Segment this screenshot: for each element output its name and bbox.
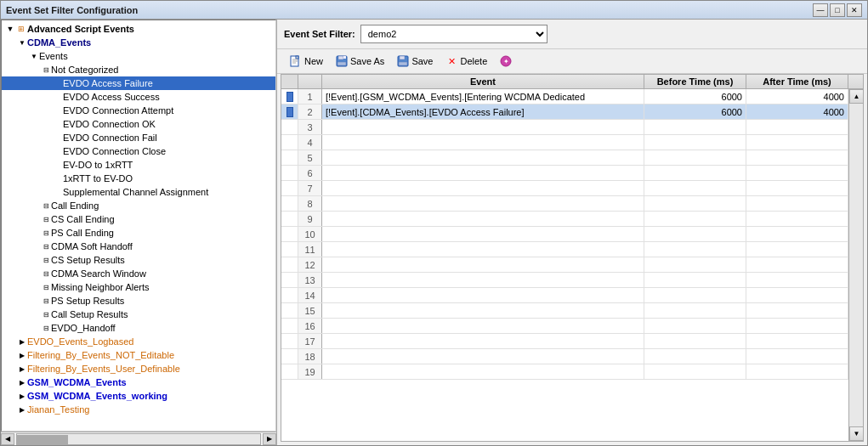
cell-after-4[interactable] <box>746 150 848 165</box>
tree-item-19[interactable]: ⊟PS Setup Results <box>2 294 275 308</box>
cell-before-17[interactable] <box>644 349 746 364</box>
grid-row[interactable]: 1 [!Event].[GSM_WCDMA_Events].[Entering … <box>281 89 848 104</box>
grid-row[interactable]: 8 <box>281 196 848 212</box>
expander-27[interactable]: ▶ <box>17 404 27 415</box>
extra-button[interactable]: ✦ <box>494 52 518 71</box>
expander-24[interactable]: ▶ <box>17 364 27 374</box>
cell-event-11[interactable] <box>322 257 644 272</box>
expander-2[interactable]: ⊟ <box>41 65 51 75</box>
v-scrollbar[interactable]: ▲ ▼ <box>848 89 863 441</box>
tree-item-13[interactable]: ⊟CS Call Ending <box>2 212 275 226</box>
cell-after-5[interactable] <box>746 166 848 180</box>
tree-item-20[interactable]: ⊟Call Setup Results <box>2 308 275 321</box>
cell-before-11[interactable] <box>644 257 746 272</box>
expander-26[interactable]: ▶ <box>17 391 27 401</box>
grid-row[interactable]: 18 <box>281 349 848 364</box>
cell-event-5[interactable] <box>322 166 644 180</box>
tree-item-17[interactable]: ⊟CDMA Search Window <box>2 267 275 280</box>
maximize-button[interactable]: □ <box>830 3 845 17</box>
new-button[interactable]: New <box>284 52 328 71</box>
grid-row[interactable]: 9 <box>281 212 848 227</box>
cell-after-17[interactable] <box>746 349 848 364</box>
tree-item-15[interactable]: ⊟CDMA Soft Handoff <box>2 240 275 253</box>
cell-event-0[interactable]: [!Event].[GSM_WCDMA_Events].[Entering WC… <box>322 89 644 104</box>
grid-row[interactable]: 11 <box>281 242 848 257</box>
cell-after-13[interactable] <box>746 288 848 302</box>
cell-after-10[interactable] <box>746 242 848 257</box>
cell-before-5[interactable] <box>644 166 746 180</box>
expander-25[interactable]: ▶ <box>17 377 27 387</box>
cell-after-15[interactable] <box>746 319 848 333</box>
cell-before-12[interactable] <box>644 273 746 287</box>
tree-item-4[interactable]: EVDO Access Success <box>2 90 275 104</box>
expander-23[interactable]: ▶ <box>17 350 27 360</box>
cell-before-9[interactable] <box>644 227 746 241</box>
cell-after-12[interactable] <box>746 273 848 287</box>
grid-row[interactable]: 5 <box>281 150 848 166</box>
grid-body[interactable]: 1 [!Event].[GSM_WCDMA_Events].[Entering … <box>281 89 848 441</box>
scroll-track[interactable] <box>849 104 863 426</box>
expander-13[interactable]: ⊟ <box>41 214 51 224</box>
cell-after-6[interactable] <box>746 181 848 195</box>
cell-after-9[interactable] <box>746 227 848 241</box>
h-scroll-left[interactable]: ◀ <box>1 433 14 445</box>
cell-before-7[interactable] <box>644 196 746 211</box>
expander-1[interactable]: ▼ <box>29 51 39 61</box>
minimize-button[interactable]: — <box>813 3 828 17</box>
grid-row[interactable]: 12 <box>281 257 848 273</box>
cell-event-17[interactable] <box>322 349 644 364</box>
h-scroll-track[interactable] <box>16 433 261 445</box>
cell-before-16[interactable] <box>644 334 746 348</box>
save-button[interactable]: Save <box>391 52 438 71</box>
cell-after-8[interactable] <box>746 212 848 226</box>
tree-item-14[interactable]: ⊟PS Call Ending <box>2 226 275 240</box>
cell-before-2[interactable] <box>644 120 746 134</box>
tree-item-1[interactable]: ▼Events <box>2 49 275 63</box>
cell-before-13[interactable] <box>644 288 746 302</box>
tree-item-26[interactable]: ▶GSM_WCDMA_Events_working <box>2 389 275 403</box>
cell-after-7[interactable] <box>746 196 848 211</box>
expander-14[interactable]: ⊟ <box>41 228 51 238</box>
cell-event-3[interactable] <box>322 135 644 150</box>
expander-22[interactable]: ▶ <box>17 336 27 347</box>
tree-item-9[interactable]: EV-DO to 1xRTT <box>2 158 275 172</box>
grid-row[interactable]: 4 <box>281 135 848 150</box>
grid-row[interactable]: 19 <box>281 364 848 380</box>
cell-event-16[interactable] <box>322 334 644 348</box>
expander-16[interactable]: ⊟ <box>41 255 51 265</box>
tree-item-27[interactable]: ▶Jianan_Testing <box>2 403 275 416</box>
tree-item-25[interactable]: ▶GSM_WCDMA_Events <box>2 375 275 389</box>
cell-before-18[interactable] <box>644 364 746 379</box>
cell-event-15[interactable] <box>322 319 644 333</box>
expander-0[interactable]: ▼ <box>17 37 27 48</box>
tree-item-10[interactable]: 1xRTT to EV-DO <box>2 172 275 185</box>
cell-event-12[interactable] <box>322 273 644 287</box>
cell-before-0[interactable]: 6000 <box>644 89 746 104</box>
cell-before-8[interactable] <box>644 212 746 226</box>
save-as-button[interactable]: Save As <box>330 52 389 71</box>
tree-item-24[interactable]: ▶Filtering_By_Events_User_Definable <box>2 362 275 375</box>
cell-after-18[interactable] <box>746 364 848 379</box>
cell-after-3[interactable] <box>746 135 848 150</box>
tree-root[interactable]: ▼ ⊞ Advanced Script Events <box>2 22 275 36</box>
tree-item-22[interactable]: ▶EVDO_Events_Logbased <box>2 335 275 348</box>
tree-item-23[interactable]: ▶Filtering_By_Events_NOT_Editable <box>2 348 275 362</box>
scroll-up[interactable]: ▲ <box>849 89 863 104</box>
cell-event-8[interactable] <box>322 212 644 226</box>
cell-event-6[interactable] <box>322 181 644 195</box>
delete-button[interactable]: ✕ Delete <box>440 52 492 71</box>
cell-before-10[interactable] <box>644 242 746 257</box>
close-button[interactable]: ✕ <box>847 3 862 17</box>
tree-item-2[interactable]: ⊟Not Categorized <box>2 63 275 76</box>
grid-row[interactable]: 2 [!Event].[CDMA_Events].[EVDO Access Fa… <box>281 104 848 120</box>
cell-after-0[interactable]: 4000 <box>746 89 848 104</box>
cell-event-2[interactable] <box>322 120 644 134</box>
cell-after-11[interactable] <box>746 257 848 272</box>
grid-row[interactable]: 10 <box>281 227 848 242</box>
tree-item-3[interactable]: EVDO Access Failure <box>2 76 275 90</box>
tree-item-6[interactable]: EVDO Connection OK <box>2 117 275 131</box>
cell-event-14[interactable] <box>322 303 644 318</box>
cell-after-2[interactable] <box>746 120 848 134</box>
tree-item-18[interactable]: ⊟Missing Neighbor Alerts <box>2 280 275 294</box>
tree-item-12[interactable]: ⊟Call Ending <box>2 199 275 212</box>
